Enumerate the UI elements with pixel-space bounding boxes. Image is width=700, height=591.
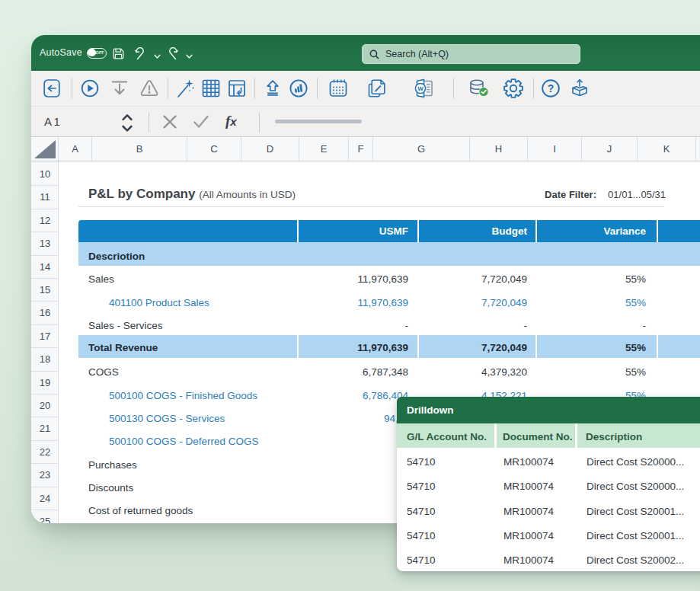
svg-text:W: W bbox=[417, 85, 424, 92]
svg-text:?: ? bbox=[547, 82, 554, 94]
